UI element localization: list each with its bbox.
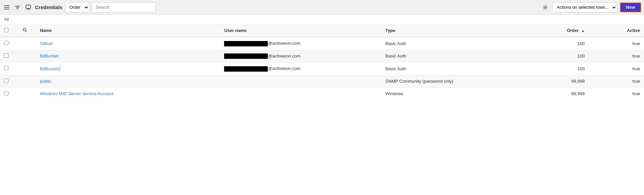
- table-header: Name User name Type Order ▲ Active: [0, 24, 644, 37]
- search-input[interactable]: [92, 2, 156, 12]
- svg-rect-3: [26, 5, 31, 8]
- row-active-cell: true: [589, 37, 644, 50]
- row-checkbox-cell: [0, 87, 18, 100]
- row-checkbox[interactable]: [4, 66, 8, 70]
- row-checkbox-cell: [0, 37, 18, 50]
- row-name-cell: Windows MID Server Service Account: [36, 87, 220, 100]
- header-checkbox-cell: [0, 24, 18, 37]
- table-row: Windows MID Server Service AccountWindow…: [0, 87, 644, 100]
- row-username-cell: @activeeon.com: [220, 63, 381, 75]
- row-active-cell: true: [589, 75, 644, 87]
- header-username[interactable]: User name: [220, 24, 381, 37]
- row-active-cell: true: [589, 63, 644, 75]
- row-checkbox-cell: [0, 50, 18, 63]
- header-type[interactable]: Type: [381, 24, 519, 37]
- row-checkbox[interactable]: [4, 41, 8, 45]
- row-type-cell: Windows: [381, 87, 519, 100]
- table-row: BitBucket@activeeon.comBasic Auth100true: [0, 50, 644, 63]
- row-type-cell: Basic Auth: [381, 37, 519, 50]
- redacted-username: [224, 66, 268, 72]
- svg-point-4: [545, 6, 546, 8]
- chat-icon: [26, 5, 31, 10]
- new-button[interactable]: New: [620, 2, 641, 12]
- username-suffix: @activeeon.com: [268, 53, 300, 58]
- credential-name-link[interactable]: BitBucket2: [40, 66, 61, 71]
- row-type-cell: SNMP Community (password only): [381, 75, 519, 87]
- row-username-cell: [220, 87, 381, 100]
- table-row: publicSNMP Community (password only)99,9…: [0, 75, 644, 87]
- sort-asc-icon: ▲: [581, 29, 585, 33]
- row-checkbox-cell: [0, 63, 18, 75]
- row-checkbox-cell: [0, 75, 18, 87]
- row-username-cell: [220, 75, 381, 87]
- row-username-cell: @activeeon.com: [220, 37, 381, 50]
- toolbar-right: Actions on selected rows... New: [541, 2, 641, 12]
- row-username-cell: @activeeon.com: [220, 50, 381, 63]
- redacted-username: [224, 53, 268, 59]
- svg-point-5: [23, 28, 26, 31]
- credential-name-link[interactable]: Windows MID Server Service Account: [40, 91, 114, 96]
- actions-select[interactable]: Actions on selected rows...: [552, 2, 617, 12]
- chat-button[interactable]: [24, 3, 32, 11]
- table-row: Github@activeeon.comBasic Auth100true: [0, 37, 644, 50]
- row-checkbox[interactable]: [4, 79, 8, 83]
- header-name[interactable]: Name: [36, 24, 220, 37]
- row-active-cell: true: [589, 50, 644, 63]
- order-select[interactable]: Order: [65, 2, 89, 12]
- toolbar: Credentials Order Actions on selected ro…: [0, 0, 644, 15]
- row-name-cell: BitBucket: [36, 50, 220, 63]
- credential-name-link[interactable]: Github: [40, 41, 53, 46]
- row-order-cell: 99,999: [520, 75, 589, 87]
- sub-header: All: [0, 15, 644, 24]
- page-title: Credentials: [35, 4, 62, 10]
- header-order[interactable]: Order ▲: [520, 24, 589, 37]
- row-checkbox[interactable]: [4, 91, 8, 95]
- header-active[interactable]: Active: [589, 24, 644, 37]
- row-type-cell: Basic Auth: [381, 63, 519, 75]
- table-body: Github@activeeon.comBasic Auth100trueBit…: [0, 37, 644, 100]
- filter-button[interactable]: [13, 3, 22, 11]
- row-name-cell: BitBucket2: [36, 63, 220, 75]
- table-row: BitBucket2@activeeon.comBasic Auth100tru…: [0, 63, 644, 75]
- row-icon-cell: [18, 63, 36, 75]
- row-checkbox[interactable]: [4, 53, 8, 58]
- header-search-icon-cell: [18, 24, 36, 37]
- redacted-username: [224, 41, 268, 46]
- row-type-cell: Basic Auth: [381, 50, 519, 63]
- svg-line-6: [26, 31, 27, 32]
- row-order-cell: 100: [520, 63, 589, 75]
- username-suffix: @activeeon.com: [268, 66, 300, 71]
- sub-header-label: All: [4, 17, 9, 22]
- row-icon-cell: [18, 50, 36, 63]
- gear-icon: [542, 4, 548, 10]
- hamburger-icon: [4, 5, 9, 9]
- row-icon-cell: [18, 37, 36, 50]
- row-icon-cell: [18, 87, 36, 100]
- credential-name-link[interactable]: public: [40, 79, 51, 84]
- username-suffix: @activeeon.com: [268, 41, 300, 46]
- row-order-cell: 99,999: [520, 87, 589, 100]
- row-name-cell: Github: [36, 37, 220, 50]
- column-search-icon: [23, 28, 27, 32]
- menu-button[interactable]: [3, 4, 11, 11]
- filter-icon: [15, 5, 20, 10]
- toolbar-left: Credentials Order: [3, 2, 538, 12]
- row-order-cell: 100: [520, 37, 589, 50]
- credential-name-link[interactable]: BitBucket: [40, 53, 58, 58]
- row-order-cell: 100: [520, 50, 589, 63]
- select-all-checkbox[interactable]: [4, 28, 8, 32]
- settings-button[interactable]: [541, 3, 550, 12]
- row-icon-cell: [18, 75, 36, 87]
- table-container: Name User name Type Order ▲ Active Githu…: [0, 24, 644, 100]
- row-name-cell: public: [36, 75, 220, 87]
- row-active-cell: true: [589, 87, 644, 100]
- credentials-table: Name User name Type Order ▲ Active Githu…: [0, 24, 644, 100]
